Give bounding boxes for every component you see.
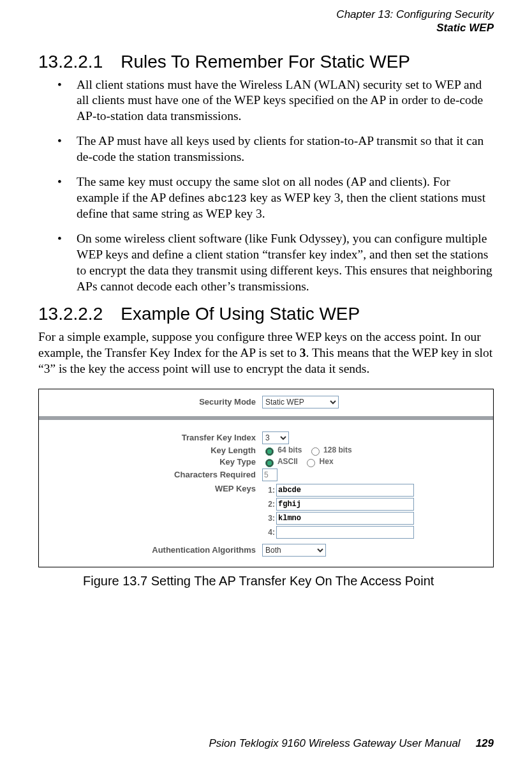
label-key-type: Key Type [39,457,262,467]
radio-label: 64 bits [277,446,302,454]
label-wep-keys: WEP Keys [39,483,262,493]
heading-number: 13.2.2.2 [38,304,103,324]
footer-text: Psion Teklogix 9160 Wireless Gateway Use… [209,737,460,749]
heading-13-2-2-2: 13.2.2.2Example Of Using Static WEP [38,304,494,324]
label-key-length: Key Length [39,446,262,455]
radio-label: ASCII [277,457,298,466]
wep-key-3-input[interactable] [276,512,414,525]
label-chars-required: Characters Required [39,470,262,479]
screenshot-figure: Security Mode Static WEP Transfer Key In… [38,389,494,567]
page-footer: Psion Teklogix 9160 Wireless Gateway Use… [209,737,494,750]
wep-key-1-input[interactable] [276,484,414,497]
heading-text: Example Of Using Static WEP [121,304,360,324]
list-item: All client stations must have the Wirele… [38,77,494,125]
heading-number: 13.2.2.1 [38,52,103,72]
bold-text: 3 [300,346,306,359]
heading-13-2-2-1: 13.2.2.1Rules To Remember For Static WEP [38,52,494,72]
chapter-title: Chapter 13: Configuring Security [38,8,494,21]
key-length-64-radio[interactable] [265,447,274,456]
key-number: 2: [262,500,275,509]
key-length-128-radio[interactable] [311,447,320,456]
wep-key-2-input[interactable] [276,498,414,511]
page-number: 129 [476,737,494,749]
key-number: 1: [262,486,275,495]
label-security-mode: Security Mode [39,397,262,407]
key-type-ascii-radio[interactable] [265,459,274,467]
example-paragraph: For a simple example, suppose you config… [38,329,494,377]
wep-key-4-input[interactable] [276,526,414,539]
radio-label: Hex [320,457,334,466]
list-item: The AP must have all keys used by client… [38,133,494,165]
key-number: 4: [262,528,275,537]
section-title: Static WEP [38,21,494,34]
list-item: On some wireless client software (like F… [38,231,494,295]
auth-algorithms-select[interactable]: Both [262,544,326,557]
rules-list: All client stations must have the Wirele… [38,77,494,295]
transfer-key-index-select[interactable]: 3 [262,431,289,444]
list-item: The same key must occupy the same slot o… [38,174,494,222]
key-type-hex-radio[interactable] [307,459,315,467]
label-auth-algorithms: Authentication Algorithms [39,545,262,555]
radio-label: 128 bits [323,446,352,454]
page-header: Chapter 13: Configuring Security Static … [38,8,494,35]
security-mode-select[interactable]: Static WEP [262,396,339,408]
code-text: abc123 [208,193,247,205]
heading-text: Rules To Remember For Static WEP [121,52,410,71]
figure-caption: Figure 13.7 Setting The AP Transfer Key … [83,574,494,588]
key-number: 3: [262,514,275,523]
label-transfer-key-index: Transfer Key Index [39,433,262,442]
chars-required-field [262,468,277,481]
section-divider [39,416,493,420]
